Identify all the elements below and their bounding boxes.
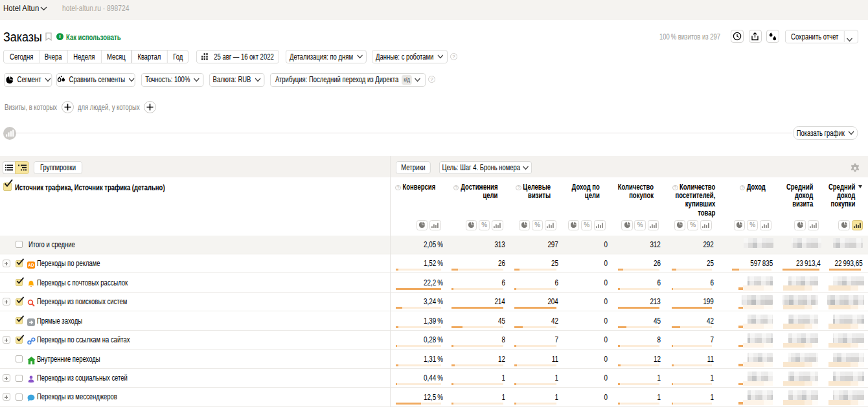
svg-text:AD: AD [28,263,34,267]
